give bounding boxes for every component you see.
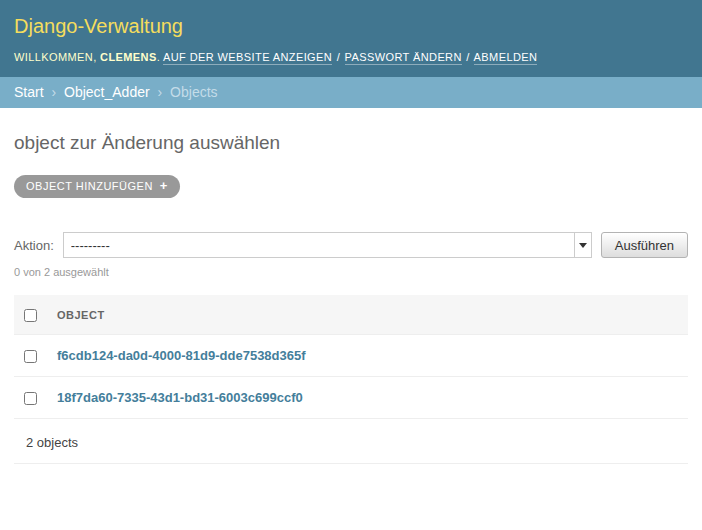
page-title: object zur Änderung auswählen: [14, 132, 688, 154]
row-object-cell: 18f7da60-7335-43d1-bd31-6003c699ccf0: [47, 377, 688, 419]
table-header-object-column: OBJECT: [47, 295, 688, 335]
actions-bar: Aktion: --------- Ausführen: [14, 232, 688, 258]
action-label: Aktion:: [14, 238, 54, 253]
table-row: f6cdb124-da0d-4000-81d9-dde7538d365f: [14, 335, 688, 377]
execute-action-button[interactable]: Ausführen: [601, 232, 688, 258]
user-tools: WILLKOMMEN, CLEMENS. AUF DER WEBSITE ANZ…: [14, 50, 688, 64]
change-password-link[interactable]: PASSWORT ÄNDERN: [345, 51, 462, 65]
action-select-wrapper: ---------: [63, 232, 592, 258]
breadcrumb-home-link[interactable]: Start: [14, 84, 44, 100]
site-title-link[interactable]: Django-Verwaltung: [14, 15, 183, 37]
select-all-checkbox[interactable]: [24, 309, 37, 322]
table-row: 18f7da60-7335-43d1-bd31-6003c699ccf0: [14, 377, 688, 419]
user-tools-separator: /: [466, 51, 469, 63]
breadcrumb-current-page: Objects: [170, 84, 217, 100]
plus-icon: +: [160, 181, 168, 191]
content-area: object zur Änderung auswählen OBJECT HIN…: [0, 132, 702, 464]
object-link[interactable]: 18f7da60-7335-43d1-bd31-6003c699ccf0: [57, 390, 303, 405]
selection-counter: 0 von 2 ausgewählt: [14, 266, 688, 278]
table-header-checkbox-cell: [14, 295, 47, 335]
breadcrumb-separator: ›: [51, 84, 56, 100]
action-select[interactable]: ---------: [63, 232, 592, 258]
welcome-period: .: [157, 51, 160, 63]
breadcrumb-separator: ›: [158, 84, 163, 100]
user-tools-separator: /: [337, 51, 340, 63]
row-object-cell: f6cdb124-da0d-4000-81d9-dde7538d365f: [47, 335, 688, 377]
object-tools: OBJECT HINZUFÜGEN+: [14, 175, 688, 198]
row-checkbox-cell: [14, 335, 47, 377]
row-select-checkbox[interactable]: [24, 392, 37, 405]
welcome-text: WILLKOMMEN,: [14, 51, 97, 63]
table-header-row: OBJECT: [14, 295, 688, 335]
row-checkbox-cell: [14, 377, 47, 419]
add-object-button-label: OBJECT HINZUFÜGEN: [26, 180, 153, 192]
row-select-checkbox[interactable]: [24, 350, 37, 363]
paginator: 2 objects: [14, 419, 688, 464]
site-title: Django-Verwaltung: [14, 15, 688, 38]
breadcrumb-app-link[interactable]: Object_Adder: [64, 84, 150, 100]
view-site-link[interactable]: AUF DER WEBSITE ANZEIGEN: [163, 51, 332, 65]
admin-header: Django-Verwaltung WILLKOMMEN, CLEMENS. A…: [0, 0, 702, 77]
column-header-label: OBJECT: [57, 309, 105, 321]
add-object-button[interactable]: OBJECT HINZUFÜGEN+: [14, 175, 180, 198]
breadcrumb: Start › Object_Adder › Objects: [0, 77, 702, 108]
object-link[interactable]: f6cdb124-da0d-4000-81d9-dde7538d365f: [57, 348, 306, 363]
logout-link[interactable]: ABMELDEN: [474, 51, 538, 65]
result-table: OBJECT f6cdb124-da0d-4000-81d9-dde7538d3…: [14, 295, 688, 419]
username: CLEMENS: [100, 51, 157, 63]
